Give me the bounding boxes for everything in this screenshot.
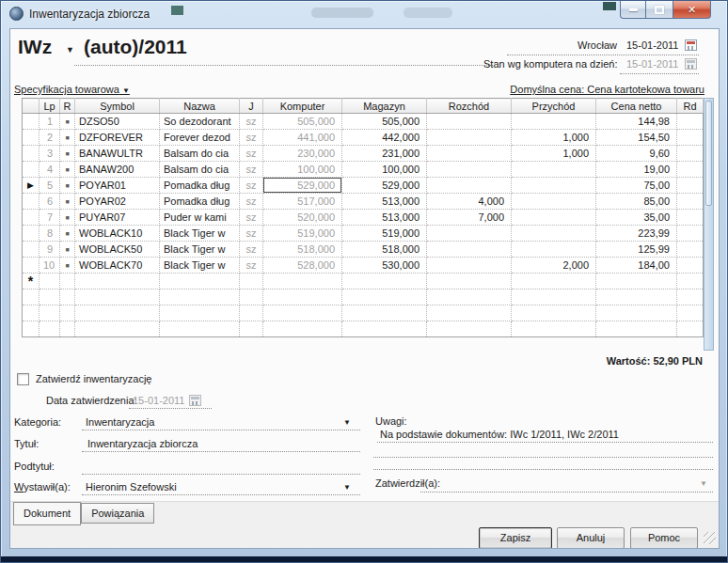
cell-rozchod[interactable] (427, 130, 512, 146)
cell-przychod[interactable] (512, 194, 596, 210)
cell-lp[interactable]: 2 (40, 130, 60, 146)
cell-cena-netto[interactable]: 19,00 (596, 162, 677, 178)
uwagi-underline[interactable] (373, 469, 713, 470)
cell-j[interactable]: sz (240, 210, 263, 226)
zatwierdzil-select[interactable] (420, 492, 713, 493)
cell-lp[interactable]: 10 (40, 258, 60, 274)
cell-komputer[interactable]: 519,000 (263, 226, 342, 242)
cell-symbol[interactable]: WOBLACK10 (75, 226, 160, 242)
cell-komputer[interactable]: 505,000 (263, 114, 342, 130)
row-selector[interactable] (23, 194, 40, 210)
cell-j[interactable]: sz (240, 242, 263, 258)
cell-cena-netto[interactable]: 144,98 (596, 114, 677, 130)
cell-symbol[interactable]: POYAR01 (75, 178, 160, 194)
cell-komputer[interactable]: 100,000 (263, 162, 342, 178)
row-selector[interactable] (23, 210, 40, 226)
cell-rozchod[interactable] (427, 226, 512, 242)
wystawil-select[interactable]: Hieronim Szefowski (86, 481, 177, 493)
cell-rozchod[interactable]: 4,000 (427, 194, 512, 210)
r-flag-icon[interactable]: ■ (60, 162, 75, 178)
cell-cena-netto[interactable]: 75,00 (596, 178, 677, 194)
minimize-button[interactable] (620, 1, 646, 19)
r-flag-icon[interactable]: ■ (60, 226, 75, 242)
cell-rd[interactable] (677, 194, 704, 210)
cell-przychod[interactable] (512, 162, 596, 178)
cell-j[interactable]: sz (240, 226, 263, 242)
cell-magazyn[interactable]: 505,000 (342, 114, 427, 130)
uwagi-input[interactable]: Na podstawie dokumentów: IWc 1/2011, IWc… (380, 429, 619, 440)
cell-rozchod[interactable]: 7,000 (427, 210, 512, 226)
cell-magazyn[interactable]: 518,000 (342, 242, 427, 258)
help-button[interactable]: Pomoc (630, 527, 698, 549)
cell-symbol[interactable]: BANAW200 (75, 162, 160, 178)
row-selector[interactable] (23, 162, 40, 178)
chevron-down-icon[interactable]: ▼ (343, 483, 351, 492)
row-selector[interactable] (23, 146, 40, 162)
cell-komputer[interactable]: 230,000 (263, 146, 342, 162)
cell-lp[interactable]: 6 (40, 194, 60, 210)
col-header-magazyn[interactable]: Magazyn (342, 99, 427, 114)
r-flag-icon[interactable]: ■ (60, 146, 75, 162)
cell-komputer[interactable]: 520,000 (263, 210, 342, 226)
cell-komputer[interactable]: 441,000 (263, 130, 342, 146)
cell-nazwa[interactable]: Puder w kami (160, 210, 240, 226)
col-header-przychod[interactable]: Przychód (512, 99, 596, 114)
cell-rozchod[interactable] (427, 242, 512, 258)
r-flag-icon[interactable]: ■ (60, 258, 75, 274)
cell-magazyn[interactable]: 530,000 (342, 258, 427, 274)
chevron-down-icon[interactable]: ▼ (343, 418, 351, 427)
cell-nazwa[interactable]: Black Tiger w (160, 258, 240, 274)
cell-nazwa[interactable]: Forever dezod (160, 130, 240, 146)
cell-przychod[interactable] (512, 242, 596, 258)
spec-towarowa-menu[interactable]: Specyfikacja towarowa ▼ (14, 84, 130, 95)
close-button[interactable]: ✕ (673, 1, 711, 19)
row-selector[interactable] (23, 226, 40, 242)
col-header-rozchod[interactable]: Rozchód (427, 99, 512, 114)
cell-symbol[interactable]: WOBLACK70 (75, 258, 160, 274)
doc-date-field[interactable]: 15-01-2011 (626, 39, 678, 51)
cell-przychod[interactable] (512, 226, 596, 242)
cell-symbol[interactable]: DZSO50 (75, 114, 160, 130)
row-selector[interactable] (23, 130, 40, 146)
cell-symbol[interactable]: WOBLACK50 (75, 242, 160, 258)
cancel-button[interactable]: Anuluj (557, 527, 625, 549)
r-flag-icon[interactable]: ■ (60, 178, 75, 194)
cell-lp[interactable]: 3 (40, 146, 60, 162)
calendar-icon[interactable] (685, 39, 697, 51)
col-header-lp[interactable]: Lp (40, 99, 60, 114)
cell-nazwa[interactable]: Balsam do cia (160, 146, 240, 162)
cell-rd[interactable] (677, 130, 704, 146)
cell-symbol[interactable]: BANAWULTR (75, 146, 160, 162)
cell-rd[interactable] (677, 114, 704, 130)
cell-cena-netto[interactable]: 85,00 (596, 194, 677, 210)
cell-j[interactable]: sz (240, 130, 263, 146)
maximize-button[interactable] (646, 1, 673, 19)
cell-komputer[interactable]: 518,000 (263, 242, 342, 258)
cell-cena-netto[interactable]: 35,00 (596, 210, 677, 226)
cell-rozchod[interactable] (427, 146, 512, 162)
cell-rd[interactable] (677, 162, 704, 178)
cell-lp[interactable]: 4 (40, 162, 60, 178)
tab-dokument[interactable]: Dokument (13, 502, 81, 525)
cell-rd[interactable] (677, 210, 704, 226)
chevron-down-icon[interactable]: ▼ (700, 479, 707, 488)
row-selector[interactable]: ▶ (23, 178, 40, 194)
default-price-link[interactable]: Domyślna cena: Cena kartotekowa towaru (471, 84, 704, 95)
resize-grip[interactable] (704, 532, 716, 544)
cell-cena-netto[interactable]: 154,50 (596, 130, 677, 146)
cell-rozchod[interactable] (427, 178, 512, 194)
cell-nazwa[interactable]: Pomadka dług (160, 178, 240, 194)
cell-nazwa[interactable]: Pomadka dług (160, 194, 240, 210)
cell-lp[interactable]: 5 (40, 178, 60, 194)
cell-cena-netto[interactable]: 184,00 (596, 258, 677, 274)
cell-lp[interactable]: 9 (40, 242, 60, 258)
row-selector[interactable] (23, 242, 40, 258)
tytul-input[interactable]: Inwentaryzacja zbiorcza (87, 438, 198, 449)
cell-rd[interactable] (677, 242, 704, 258)
cell-symbol[interactable]: PUYAR07 (75, 210, 160, 226)
cell-cena-netto[interactable]: 223,99 (596, 226, 677, 242)
cell-magazyn[interactable]: 442,000 (342, 130, 427, 146)
kategoria-select[interactable]: Inwentaryzacja (86, 416, 154, 428)
cell-j[interactable]: sz (240, 146, 263, 162)
col-header-selector[interactable] (23, 99, 40, 114)
